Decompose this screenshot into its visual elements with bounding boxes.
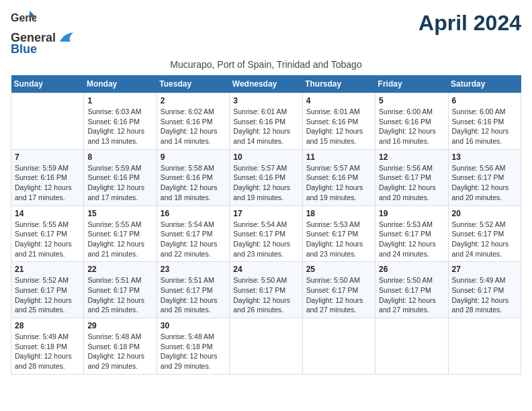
calendar-cell: 9Sunrise: 5:58 AM Sunset: 6:16 PM Daylig… [157,149,229,205]
day-number: 8 [87,152,152,162]
day-number: 19 [379,209,444,218]
day-info: Sunrise: 5:55 AM Sunset: 6:17 PM Dayligh… [87,220,152,259]
calendar-cell: 5Sunrise: 6:00 AM Sunset: 6:16 PM Daylig… [375,93,448,150]
day-of-week-header: Friday [375,75,448,93]
day-info: Sunrise: 6:02 AM Sunset: 6:16 PM Dayligh… [161,107,226,146]
day-info: Sunrise: 5:50 AM Sunset: 6:17 PM Dayligh… [306,275,371,315]
day-info: Sunrise: 6:03 AM Sunset: 6:16 PM Dayligh… [87,107,152,146]
day-number: 3 [233,96,298,105]
day-number: 16 [161,209,226,218]
logo-blue-text: Blue [11,42,37,56]
calendar-cell [448,318,521,375]
logo-icon: General [11,11,36,31]
calendar-cell [375,318,448,375]
month-title: April 2024 [418,11,521,36]
day-info: Sunrise: 5:54 AM Sunset: 6:17 PM Dayligh… [161,220,226,259]
day-info: Sunrise: 5:49 AM Sunset: 6:17 PM Dayligh… [452,275,517,315]
calendar-cell: 2Sunrise: 6:02 AM Sunset: 6:16 PM Daylig… [157,93,229,150]
day-number: 14 [15,209,80,218]
day-number: 29 [87,321,152,330]
day-of-week-header: Thursday [302,75,375,93]
day-number: 24 [233,265,298,274]
day-info: Sunrise: 5:54 AM Sunset: 6:17 PM Dayligh… [233,220,298,259]
day-info: Sunrise: 5:51 AM Sunset: 6:17 PM Dayligh… [161,275,226,315]
day-info: Sunrise: 5:56 AM Sunset: 6:17 PM Dayligh… [379,163,444,203]
day-info: Sunrise: 6:01 AM Sunset: 6:16 PM Dayligh… [233,107,298,146]
calendar-cell: 30Sunrise: 5:48 AM Sunset: 6:18 PM Dayli… [157,318,229,375]
calendar-cell: 15Sunrise: 5:55 AM Sunset: 6:17 PM Dayli… [84,205,157,262]
calendar-cell: 25Sunrise: 5:50 AM Sunset: 6:17 PM Dayli… [302,262,375,318]
day-number: 15 [87,209,152,218]
day-number: 13 [452,152,517,162]
day-number: 6 [452,96,517,105]
calendar-week-row: 14Sunrise: 5:55 AM Sunset: 6:17 PM Dayli… [11,205,521,262]
day-info: Sunrise: 5:59 AM Sunset: 6:16 PM Dayligh… [15,163,80,203]
day-info: Sunrise: 6:00 AM Sunset: 6:16 PM Dayligh… [452,107,517,146]
calendar-cell: 13Sunrise: 5:56 AM Sunset: 6:17 PM Dayli… [448,149,521,205]
day-number: 1 [87,96,152,105]
calendar-cell: 7Sunrise: 5:59 AM Sunset: 6:16 PM Daylig… [11,149,84,205]
day-info: Sunrise: 5:59 AM Sunset: 6:16 PM Dayligh… [87,163,152,203]
calendar-cell [230,318,302,375]
logo: General General Blue [11,11,73,56]
day-info: Sunrise: 5:51 AM Sunset: 6:17 PM Dayligh… [87,275,152,315]
day-info: Sunrise: 6:01 AM Sunset: 6:16 PM Dayligh… [306,107,371,146]
day-of-week-header: Monday [84,75,157,93]
day-info: Sunrise: 5:49 AM Sunset: 6:18 PM Dayligh… [15,332,80,371]
calendar-cell: 29Sunrise: 5:48 AM Sunset: 6:18 PM Dayli… [84,318,157,375]
calendar-cell: 27Sunrise: 5:49 AM Sunset: 6:17 PM Dayli… [448,262,521,318]
day-number: 28 [15,321,80,330]
day-number: 17 [233,209,298,218]
day-number: 26 [379,265,444,274]
calendar-cell: 28Sunrise: 5:49 AM Sunset: 6:18 PM Dayli… [11,318,84,375]
day-number: 22 [87,265,152,274]
page-subtitle: Mucurapo, Port of Spain, Trinidad and To… [11,59,521,70]
calendar-cell: 26Sunrise: 5:50 AM Sunset: 6:17 PM Dayli… [375,262,448,318]
calendar-cell: 11Sunrise: 5:57 AM Sunset: 6:16 PM Dayli… [302,149,375,205]
calendar-week-row: 28Sunrise: 5:49 AM Sunset: 6:18 PM Dayli… [11,318,521,375]
day-of-week-header: Wednesday [230,75,302,93]
day-number: 27 [452,265,517,274]
day-number: 30 [161,321,226,330]
day-number: 25 [306,265,371,274]
day-number: 10 [233,152,298,162]
calendar-cell: 21Sunrise: 5:52 AM Sunset: 6:17 PM Dayli… [11,262,84,318]
day-number: 5 [379,96,444,105]
day-info: Sunrise: 5:57 AM Sunset: 6:16 PM Dayligh… [306,163,371,203]
day-info: Sunrise: 5:57 AM Sunset: 6:16 PM Dayligh… [233,163,298,203]
day-info: Sunrise: 5:53 AM Sunset: 6:17 PM Dayligh… [306,220,371,259]
day-info: Sunrise: 5:53 AM Sunset: 6:17 PM Dayligh… [379,220,444,259]
day-info: Sunrise: 5:52 AM Sunset: 6:17 PM Dayligh… [15,275,80,315]
calendar-cell: 22Sunrise: 5:51 AM Sunset: 6:17 PM Dayli… [84,262,157,318]
day-info: Sunrise: 5:56 AM Sunset: 6:17 PM Dayligh… [452,163,517,203]
calendar-cell: 20Sunrise: 5:52 AM Sunset: 6:17 PM Dayli… [448,205,521,262]
day-number: 11 [306,152,371,162]
calendar-cell: 17Sunrise: 5:54 AM Sunset: 6:17 PM Dayli… [230,205,302,262]
days-of-week-row: SundayMondayTuesdayWednesdayThursdayFrid… [11,75,521,93]
calendar-cell: 16Sunrise: 5:54 AM Sunset: 6:17 PM Dayli… [157,205,229,262]
day-number: 23 [161,265,226,274]
calendar-cell: 18Sunrise: 5:53 AM Sunset: 6:17 PM Dayli… [302,205,375,262]
calendar-week-row: 21Sunrise: 5:52 AM Sunset: 6:17 PM Dayli… [11,262,521,318]
day-of-week-header: Saturday [448,75,521,93]
day-number: 18 [306,209,371,218]
day-info: Sunrise: 5:48 AM Sunset: 6:18 PM Dayligh… [87,332,152,371]
page-header: General General Blue April 2024 [11,11,521,56]
calendar-week-row: 1Sunrise: 6:03 AM Sunset: 6:16 PM Daylig… [11,93,521,150]
calendar-body: 1Sunrise: 6:03 AM Sunset: 6:16 PM Daylig… [11,93,521,375]
day-number: 7 [15,152,80,162]
calendar-cell [11,93,84,150]
day-of-week-header: Sunday [11,75,84,93]
calendar-week-row: 7Sunrise: 5:59 AM Sunset: 6:16 PM Daylig… [11,149,521,205]
day-number: 20 [452,209,517,218]
day-number: 4 [306,96,371,105]
day-info: Sunrise: 5:50 AM Sunset: 6:17 PM Dayligh… [233,275,298,315]
day-info: Sunrise: 5:52 AM Sunset: 6:17 PM Dayligh… [452,220,517,259]
calendar-table: SundayMondayTuesdayWednesdayThursdayFrid… [11,75,521,375]
logo-bird-icon [58,32,73,44]
day-info: Sunrise: 6:00 AM Sunset: 6:16 PM Dayligh… [379,107,444,146]
calendar-cell: 4Sunrise: 6:01 AM Sunset: 6:16 PM Daylig… [302,93,375,150]
day-number: 9 [161,152,226,162]
calendar-cell: 23Sunrise: 5:51 AM Sunset: 6:17 PM Dayli… [157,262,229,318]
day-number: 21 [15,265,80,274]
